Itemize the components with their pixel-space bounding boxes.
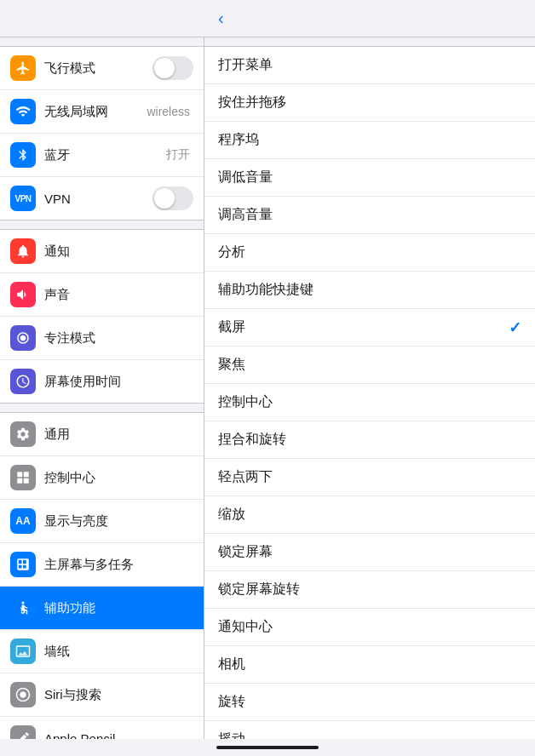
controlcenter-icon bbox=[10, 465, 36, 490]
pencil-icon bbox=[10, 725, 36, 739]
right-item-rotate[interactable]: 旋转 bbox=[204, 684, 535, 721]
sidebar-item-wifi[interactable]: 无线局域网wireless bbox=[0, 90, 204, 134]
sidebar-item-display[interactable]: AA显示与亮度 bbox=[0, 500, 204, 543]
sidebar-group-1: 通知声音专注模式屏幕使用时间 bbox=[0, 229, 204, 404]
right-header: ‹ bbox=[204, 9, 535, 28]
right-item-camera[interactable]: 相机 bbox=[204, 646, 535, 684]
focus-label: 专注模式 bbox=[44, 330, 193, 346]
controlcenter-label: 控制中心 bbox=[44, 470, 193, 486]
display-label: 显示与亮度 bbox=[44, 513, 193, 530]
right-item-press-drag[interactable]: 按住并拖移 bbox=[204, 84, 535, 122]
right-item-double-tap[interactable]: 轻点两下 bbox=[204, 459, 535, 496]
wallpaper-label: 墙纸 bbox=[44, 644, 193, 660]
right-item-pinch-rotate[interactable]: 捏合和旋转 bbox=[204, 421, 535, 459]
bluetooth-icon bbox=[10, 142, 36, 168]
right-item-focus[interactable]: 聚焦 bbox=[204, 346, 535, 384]
airplane-toggle[interactable] bbox=[152, 56, 193, 80]
right-item-accessibility-shortcut[interactable]: 辅助功能快捷键 bbox=[204, 272, 535, 309]
right-items-group: 打开菜单按住并拖移程序坞调低音量调高音量分析辅助功能快捷键截屏✓聚焦控制中心捏合… bbox=[204, 46, 535, 739]
right-panel: 打开菜单按住并拖移程序坞调低音量调高音量分析辅助功能快捷键截屏✓聚焦控制中心捏合… bbox=[204, 37, 535, 739]
sidebar-item-notification[interactable]: 通知 bbox=[0, 230, 204, 273]
sound-icon bbox=[10, 282, 36, 307]
back-chevron-icon: ‹ bbox=[218, 9, 224, 28]
bluetooth-label: 蓝牙 bbox=[44, 147, 166, 163]
sidebar-item-general[interactable]: 通用 bbox=[0, 413, 204, 456]
home-indicator[interactable] bbox=[216, 746, 319, 749]
sidebar-item-focus[interactable]: 专注模式 bbox=[0, 317, 204, 360]
right-item-label-accessibility-shortcut: 辅助功能快捷键 bbox=[218, 281, 521, 299]
airplane-toggle-knob bbox=[154, 58, 175, 78]
sidebar-item-bluetooth[interactable]: 蓝牙打开 bbox=[0, 134, 204, 177]
notification-icon bbox=[10, 238, 36, 264]
vpn-label: VPN bbox=[44, 192, 152, 206]
focus-icon bbox=[10, 325, 36, 351]
right-item-control-center[interactable]: 控制中心 bbox=[204, 384, 535, 421]
sidebar-item-wallpaper[interactable]: 墙纸 bbox=[0, 630, 204, 673]
general-label: 通用 bbox=[44, 427, 193, 443]
bluetooth-value: 打开 bbox=[166, 147, 190, 163]
right-item-label-lock-rotate: 锁定屏幕旋转 bbox=[218, 581, 521, 598]
right-item-label-double-tap: 轻点两下 bbox=[218, 468, 521, 486]
right-item-label-pinch-rotate: 捏合和旋转 bbox=[218, 431, 521, 449]
right-item-label-lock-screen: 锁定屏幕 bbox=[218, 543, 521, 561]
wifi-icon bbox=[10, 99, 36, 124]
accessibility-icon bbox=[10, 595, 36, 621]
main-content: 飞行模式无线局域网wireless蓝牙打开VPNVPN通知声音专注模式屏幕使用时… bbox=[0, 37, 535, 739]
svg-rect-0 bbox=[17, 472, 22, 477]
right-item-lock-rotate[interactable]: 锁定屏幕旋转 bbox=[204, 571, 535, 609]
right-item-label-rotate: 旋转 bbox=[218, 693, 521, 711]
right-item-label-open-menu: 打开菜单 bbox=[218, 56, 521, 74]
back-button[interactable]: ‹ bbox=[218, 9, 226, 28]
svg-point-4 bbox=[22, 602, 25, 604]
notification-label: 通知 bbox=[44, 243, 193, 260]
right-item-shake[interactable]: 摇动 bbox=[204, 721, 535, 739]
sidebar-item-controlcenter[interactable]: 控制中心 bbox=[0, 456, 204, 500]
wifi-value: wireless bbox=[147, 105, 190, 118]
vpn-toggle[interactable] bbox=[152, 186, 193, 210]
right-item-notification-center[interactable]: 通知中心 bbox=[204, 609, 535, 646]
wifi-label: 无线局域网 bbox=[44, 104, 147, 120]
right-item-label-screenshot: 截屏 bbox=[218, 318, 509, 336]
sidebar-item-homescreen[interactable]: 主屏幕与多任务 bbox=[0, 543, 204, 587]
right-item-volume-down[interactable]: 调低音量 bbox=[204, 159, 535, 197]
siri-icon bbox=[10, 682, 36, 707]
pencil-label: Apple Pencil bbox=[44, 731, 193, 740]
right-item-label-zoom: 缩放 bbox=[218, 506, 521, 524]
accessibility-label: 辅助功能 bbox=[44, 600, 193, 616]
svg-rect-3 bbox=[24, 478, 29, 484]
right-item-label-codeword: 程序坞 bbox=[218, 131, 521, 149]
sidebar-item-airplane[interactable]: 飞行模式 bbox=[0, 47, 204, 90]
right-item-zoom[interactable]: 缩放 bbox=[204, 496, 535, 534]
svg-rect-1 bbox=[24, 472, 29, 477]
screentime-icon bbox=[10, 369, 36, 394]
right-item-label-analytics: 分析 bbox=[218, 243, 521, 261]
vpn-toggle-knob bbox=[154, 188, 175, 209]
right-item-codeword[interactable]: 程序坞 bbox=[204, 122, 535, 159]
sound-label: 声音 bbox=[44, 287, 193, 303]
right-item-lock-screen[interactable]: 锁定屏幕 bbox=[204, 534, 535, 571]
screentime-label: 屏幕使用时间 bbox=[44, 374, 193, 390]
vpn-icon: VPN bbox=[10, 186, 36, 211]
sidebar-item-pencil[interactable]: Apple Pencil bbox=[0, 717, 204, 739]
homescreen-label: 主屏幕与多任务 bbox=[44, 557, 193, 573]
sidebar-item-vpn[interactable]: VPNVPN bbox=[0, 177, 204, 220]
header: ‹ bbox=[0, 0, 535, 37]
right-item-label-volume-up: 调高音量 bbox=[218, 206, 521, 224]
sidebar-item-sound[interactable]: 声音 bbox=[0, 273, 204, 317]
right-item-label-camera: 相机 bbox=[218, 656, 521, 673]
sidebar-item-accessibility[interactable]: 辅助功能 bbox=[0, 587, 204, 630]
right-item-volume-up[interactable]: 调高音量 bbox=[204, 197, 535, 234]
svg-rect-2 bbox=[17, 478, 22, 484]
display-icon: AA bbox=[10, 508, 36, 534]
right-item-screenshot[interactable]: 截屏✓ bbox=[204, 309, 535, 346]
right-item-label-focus: 聚焦 bbox=[218, 356, 521, 374]
right-item-open-menu[interactable]: 打开菜单 bbox=[204, 47, 535, 84]
siri-label: Siri与搜索 bbox=[44, 687, 193, 703]
airplane-icon bbox=[10, 55, 36, 81]
sidebar-item-screentime[interactable]: 屏幕使用时间 bbox=[0, 360, 204, 403]
right-item-analytics[interactable]: 分析 bbox=[204, 234, 535, 272]
sidebar-item-siri[interactable]: Siri与搜索 bbox=[0, 673, 204, 717]
wallpaper-icon bbox=[10, 639, 36, 664]
checkmark-screenshot: ✓ bbox=[509, 318, 521, 337]
sidebar: 飞行模式无线局域网wireless蓝牙打开VPNVPN通知声音专注模式屏幕使用时… bbox=[0, 37, 204, 739]
